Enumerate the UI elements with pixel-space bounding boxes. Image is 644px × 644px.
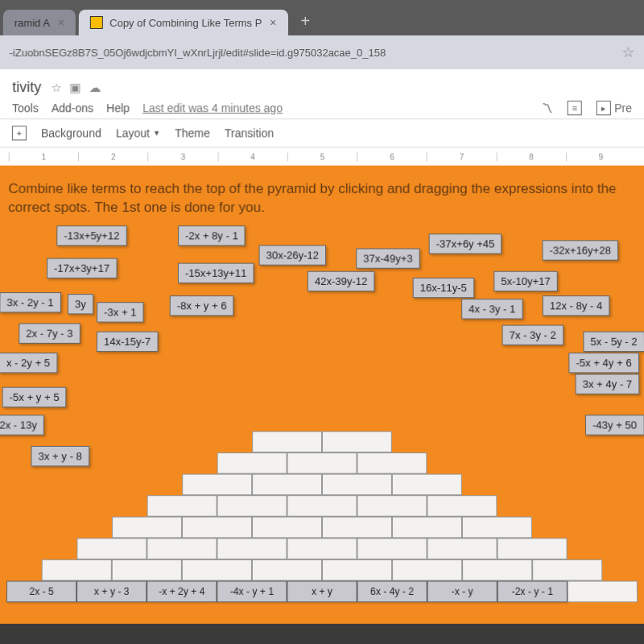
expression-tile[interactable]: -2x + 8y - 1 — [178, 225, 246, 246]
new-tab-button[interactable]: + — [291, 7, 320, 35]
slide-canvas[interactable]: Combine like terms to reach the top of t… — [0, 166, 644, 624]
theme-button[interactable]: Theme — [175, 126, 210, 139]
pyramid-brick[interactable] — [182, 474, 252, 496]
pyramid-brick[interactable] — [532, 559, 602, 581]
present-button[interactable]: ▸ Pre — [597, 101, 632, 115]
transition-button[interactable]: Transition — [225, 126, 274, 139]
instructions-text: Combine like terms to reach the top of t… — [8, 180, 636, 217]
pyramid-brick[interactable] — [217, 495, 287, 517]
pyramid-brick[interactable] — [322, 474, 392, 496]
expression-tile[interactable]: -37x+6y +45 — [429, 233, 502, 254]
pyramid-brick[interactable]: -2x - y - 1 — [497, 580, 568, 602]
pyramid-brick[interactable] — [287, 538, 357, 559]
pyramid-brick[interactable] — [322, 517, 392, 539]
doc-title[interactable]: tivity — [12, 79, 41, 96]
pyramid-brick[interactable] — [392, 559, 462, 581]
expression-tile[interactable]: 5x-10y+17 — [493, 271, 558, 291]
pyramid-brick[interactable]: 2x - 5 — [6, 580, 76, 602]
expression-tile[interactable]: x - 2y + 5 — [0, 353, 57, 373]
pyramid-brick[interactable] — [462, 559, 532, 581]
pyramid-brick[interactable]: -x + 2y + 4 — [147, 580, 217, 602]
cloud-icon[interactable]: ☁ — [89, 80, 101, 95]
expression-tile[interactable]: 16x-11y-5 — [413, 278, 474, 298]
pyramid-brick[interactable] — [357, 452, 427, 474]
expression-tile[interactable]: -32x+16y+28 — [542, 240, 618, 260]
tab-inactive[interactable]: ramid A × — [3, 10, 76, 35]
expression-tile[interactable]: 14x-15y-7 — [97, 332, 158, 352]
pyramid-brick[interactable] — [287, 452, 357, 474]
pyramid-brick[interactable] — [462, 517, 532, 539]
pyramid-brick[interactable] — [322, 431, 392, 452]
pyramid-brick[interactable] — [217, 538, 287, 559]
pyramid-brick[interactable]: 6x - 4y - 2 — [357, 580, 427, 602]
pyramid-brick[interactable] — [392, 474, 462, 496]
star-icon[interactable]: ☆ — [51, 80, 61, 95]
pyramid-brick[interactable] — [112, 559, 182, 581]
comments-icon[interactable]: ≡ — [568, 101, 582, 115]
close-icon[interactable]: × — [58, 16, 64, 29]
expression-tile[interactable]: 3y — [68, 294, 93, 314]
pyramid-brick[interactable]: x + y — [287, 580, 357, 602]
expression-tile[interactable]: 42x-39y-12 — [308, 271, 375, 291]
pyramid-row — [6, 517, 638, 539]
pyramid-brick[interactable]: x + y - 3 — [76, 580, 147, 602]
expression-tile[interactable]: 3x + y - 8 — [31, 446, 89, 466]
expression-tile[interactable]: 12x - 8y - 4 — [543, 295, 610, 316]
pyramid-brick[interactable] — [497, 538, 568, 559]
pyramid-brick[interactable] — [182, 559, 252, 581]
last-edit-link[interactable]: Last edit was 4 minutes ago — [142, 101, 283, 114]
expression-tile[interactable]: -15x+13y+11 — [178, 263, 254, 283]
pyramid-brick[interactable] — [252, 431, 322, 452]
pyramid-brick[interactable] — [217, 452, 287, 474]
move-icon[interactable]: ▣ — [69, 80, 80, 95]
menu-help[interactable]: Help — [106, 101, 130, 114]
pyramid-brick[interactable]: -x - y — [427, 580, 497, 602]
pyramid-brick[interactable] — [252, 474, 322, 496]
tab-active[interactable]: Copy of Combining Like Terms P × — [79, 10, 287, 35]
layout-button[interactable]: Layout▼ — [116, 126, 160, 139]
pyramid-brick[interactable] — [147, 538, 217, 559]
pyramid-brick[interactable] — [427, 495, 497, 517]
trend-icon[interactable]: 〽 — [542, 101, 553, 114]
expression-tile[interactable]: -3x + 1 — [97, 302, 144, 322]
expression-tile[interactable]: -5x + 4y + 6 — [568, 353, 638, 373]
expression-tile[interactable]: -13x+5y+12 — [56, 225, 126, 246]
new-slide-button[interactable]: + — [12, 126, 27, 140]
menu-tools[interactable]: Tools — [12, 101, 39, 114]
expression-tile[interactable]: 3x + 4y - 7 — [576, 374, 640, 394]
pyramid-brick[interactable]: -4x - y + 1 — [217, 580, 287, 602]
pyramid-brick[interactable] — [322, 559, 392, 581]
expression-tile[interactable]: -17x+3y+17 — [47, 258, 117, 278]
tab-title: Copy of Combining Like Terms P — [109, 16, 262, 28]
pyramid-brick[interactable] — [182, 517, 252, 539]
chevron-down-icon: ▼ — [153, 129, 160, 137]
pyramid-brick[interactable] — [427, 538, 497, 559]
pyramid-brick[interactable] — [42, 559, 112, 581]
pyramid-brick[interactable] — [252, 517, 322, 539]
expression-tile[interactable]: 4x - 3y - 1 — [461, 299, 522, 319]
pyramid-brick[interactable] — [287, 495, 357, 517]
pyramid-brick[interactable] — [392, 517, 462, 539]
expression-tile[interactable]: 2x - 7y - 3 — [19, 323, 80, 343]
pyramid-brick[interactable] — [252, 559, 322, 581]
expression-tile[interactable]: 2x - 13y — [0, 415, 44, 435]
bookmark-star-icon[interactable]: ☆ — [621, 43, 634, 61]
expression-tile[interactable]: 30x-26y-12 — [259, 245, 327, 265]
pyramid-brick[interactable] — [568, 580, 638, 602]
expression-tile[interactable]: 37x-49y+3 — [356, 248, 420, 268]
expression-tile[interactable]: -43y + 50 — [585, 415, 644, 435]
expression-tile[interactable]: 3x - 2y - 1 — [0, 292, 61, 312]
close-icon[interactable]: × — [270, 16, 276, 29]
background-button[interactable]: Background — [41, 126, 101, 139]
pyramid-brick[interactable] — [147, 495, 217, 517]
menu-addons[interactable]: Add-ons — [52, 101, 93, 114]
pyramid-brick[interactable] — [357, 495, 427, 517]
expression-tile[interactable]: -5x + y + 5 — [2, 387, 67, 407]
pyramid-brick[interactable] — [357, 538, 427, 559]
expression-tile[interactable]: 5x - 5y - 2 — [583, 332, 644, 352]
expression-tile[interactable]: 7x - 3y - 2 — [502, 324, 564, 345]
pyramid-brick[interactable] — [112, 517, 182, 539]
url-bar[interactable]: -iZuobnSEGz8B7S_05Oj6wdjcbmYI_wXnrLjrjl/… — [0, 35, 644, 69]
pyramid-brick[interactable] — [76, 538, 147, 559]
expression-tile[interactable]: -8x + y + 6 — [170, 295, 234, 316]
